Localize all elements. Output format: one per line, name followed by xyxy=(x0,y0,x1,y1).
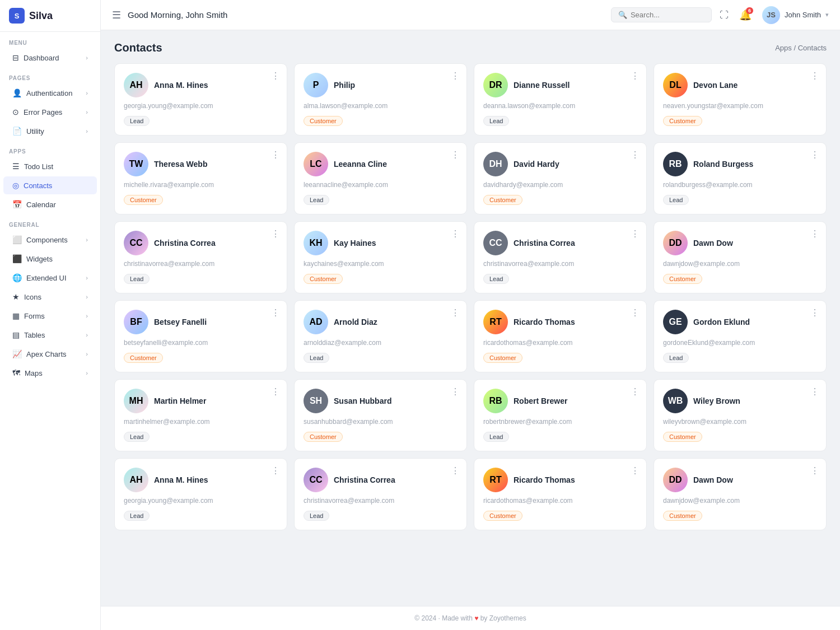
contact-email: betseyfanelli@example.com xyxy=(124,339,278,347)
contact-name: Kay Haines xyxy=(334,239,376,248)
sidebar-item-error-pages[interactable]: ⊙ Error Pages › xyxy=(3,103,97,121)
contact-email: georgia.young@example.com xyxy=(124,102,278,110)
card-menu-button[interactable]: ⋮ xyxy=(810,228,819,239)
contact-avatar: RT xyxy=(483,310,508,334)
sidebar-item-tables[interactable]: ▤ Tables › xyxy=(3,326,97,344)
sidebar-item-widgets[interactable]: ⬛ Widgets xyxy=(3,250,97,268)
card-menu-button[interactable]: ⋮ xyxy=(631,228,640,239)
contact-avatar: WB xyxy=(663,389,688,413)
hamburger-button[interactable]: ☰ xyxy=(112,9,121,21)
contact-badge: Lead xyxy=(304,353,329,363)
user-name: John Smith xyxy=(785,11,821,19)
contact-name: Christina Correa xyxy=(514,239,575,248)
contact-email: gordoneEklund@example.com xyxy=(663,339,817,347)
contact-card: ⋮ CC Christina Correa christinavorrea@ex… xyxy=(474,221,647,293)
contact-name: Anna M. Hines xyxy=(154,475,208,484)
card-menu-button[interactable]: ⋮ xyxy=(810,386,819,397)
calendar-icon: 📅 xyxy=(12,200,22,209)
app-logo[interactable]: S Silva xyxy=(0,0,100,32)
card-menu-button[interactable]: ⋮ xyxy=(451,150,460,160)
sidebar-item-extended-ui[interactable]: 🌐 Extended UI › xyxy=(3,269,97,287)
contacts-grid: ⋮ AH Anna M. Hines georgia.young@example… xyxy=(114,63,827,530)
card-menu-button[interactable]: ⋮ xyxy=(810,307,819,318)
contact-name: Leeanna Cline xyxy=(334,160,387,169)
card-menu-button[interactable]: ⋮ xyxy=(631,71,640,81)
sidebar-item-icons[interactable]: ★ Icons › xyxy=(3,288,97,306)
card-menu-button[interactable]: ⋮ xyxy=(271,228,280,239)
contact-email: martinhelmer@example.com xyxy=(124,418,278,426)
card-menu-button[interactable]: ⋮ xyxy=(271,150,280,160)
sidebar-item-label: Utility xyxy=(26,127,44,136)
chevron-icon: › xyxy=(86,293,88,300)
sidebar-item-authentication[interactable]: 👤 Authentication › xyxy=(3,84,97,102)
expand-button[interactable]: ⛶ xyxy=(720,10,729,20)
card-menu-button[interactable]: ⋮ xyxy=(631,307,640,318)
chevron-icon: › xyxy=(86,90,88,96)
contact-badge: Customer xyxy=(304,116,343,126)
contact-avatar: RT xyxy=(483,468,508,492)
contact-card: ⋮ WB Wiley Brown wileyvbrown@example.com… xyxy=(654,379,827,451)
card-menu-button[interactable]: ⋮ xyxy=(271,465,280,476)
card-menu-button[interactable]: ⋮ xyxy=(451,465,460,476)
card-menu-button[interactable]: ⋮ xyxy=(810,150,819,160)
contact-name: Susan Hubbard xyxy=(334,396,391,405)
sidebar-item-calendar[interactable]: 📅 Calendar xyxy=(3,195,97,213)
contact-name: Christina Correa xyxy=(334,475,395,484)
contact-avatar: SH xyxy=(304,389,328,413)
contact-name: Philip xyxy=(334,81,355,90)
contact-badge: Lead xyxy=(124,511,150,521)
sidebar-item-utility[interactable]: 📄 Utility › xyxy=(3,122,97,140)
contact-card: ⋮ DL Devon Lane neaven.youngstar@example… xyxy=(654,63,827,136)
contact-card: ⋮ AD Arnold Diaz arnolddiaz@example.com … xyxy=(294,300,467,372)
card-menu-button[interactable]: ⋮ xyxy=(271,71,280,81)
card-menu-button[interactable]: ⋮ xyxy=(271,307,280,318)
sidebar-item-components[interactable]: ⬜ Components › xyxy=(3,231,97,249)
contact-email: wileyvbrown@example.com xyxy=(663,418,817,426)
card-menu-button[interactable]: ⋮ xyxy=(810,71,819,81)
contact-card: ⋮ RB Robert Brewer robertnbrewer@example… xyxy=(474,379,647,451)
card-menu-button[interactable]: ⋮ xyxy=(451,71,460,81)
chevron-icon: › xyxy=(86,54,88,61)
contact-email: neaven.youngstar@example.com xyxy=(663,102,817,110)
card-menu-button[interactable]: ⋮ xyxy=(810,465,819,476)
sidebar-item-dashboard[interactable]: ⊟ Dashboard › xyxy=(3,49,97,67)
card-menu-button[interactable]: ⋮ xyxy=(631,386,640,397)
card-menu-button[interactable]: ⋮ xyxy=(271,386,280,397)
contact-name: Robert Brewer xyxy=(514,396,567,405)
sidebar-item-apex-charts[interactable]: 📈 Apex Charts › xyxy=(3,345,97,363)
contact-card: ⋮ P Philip alma.lawson@example.com Custo… xyxy=(294,63,467,136)
contact-card: ⋮ MH Martin Helmer martinhelmer@example.… xyxy=(114,379,287,451)
sidebar-item-label: Error Pages xyxy=(24,108,62,116)
extended-ui-icon: 🌐 xyxy=(12,273,22,282)
contact-avatar: DD xyxy=(663,231,688,255)
card-menu-button[interactable]: ⋮ xyxy=(631,150,640,160)
card-header: GE Gordon Eklund xyxy=(663,310,817,334)
card-header: RT Ricardo Thomas xyxy=(483,310,637,334)
contact-badge: Lead xyxy=(483,432,509,442)
contact-badge: Customer xyxy=(663,116,702,126)
sidebar-item-forms[interactable]: ▦ Forms › xyxy=(3,307,97,325)
contact-card: ⋮ RT Ricardo Thomas ricardothomas@exampl… xyxy=(474,300,647,372)
contact-card: ⋮ DD Dawn Dow dawnjdow@example.com Custo… xyxy=(654,221,827,293)
sidebar-item-todo-list[interactable]: ☰ Todo List xyxy=(3,157,97,175)
contact-avatar: AD xyxy=(304,310,328,334)
search-box[interactable]: 🔍 xyxy=(611,7,712,22)
user-menu[interactable]: JS John Smith ▾ xyxy=(762,6,829,24)
card-header: RB Roland Burgess xyxy=(663,152,817,176)
tables-icon: ▤ xyxy=(12,330,20,339)
sidebar-item-contacts[interactable]: ◎ Contacts xyxy=(3,176,97,194)
card-menu-button[interactable]: ⋮ xyxy=(451,386,460,397)
contact-email: ricardothomas@example.com xyxy=(483,339,637,347)
search-input[interactable] xyxy=(631,11,704,19)
card-menu-button[interactable]: ⋮ xyxy=(631,465,640,476)
contact-name: Ricardo Thomas xyxy=(514,318,575,326)
footer: © 2024 · Made with ♥ by Zoyothemes xyxy=(101,606,840,630)
card-menu-button[interactable]: ⋮ xyxy=(451,307,460,318)
notification-button[interactable]: 🔔 6 xyxy=(736,6,754,24)
chevron-icon: › xyxy=(86,351,88,357)
card-menu-button[interactable]: ⋮ xyxy=(451,228,460,239)
sidebar-item-maps[interactable]: 🗺 Maps › xyxy=(3,364,97,382)
contact-email: rolandburgess@example.com xyxy=(663,181,817,189)
heart-icon: ♥ xyxy=(474,614,478,622)
contact-badge: Lead xyxy=(304,195,329,205)
